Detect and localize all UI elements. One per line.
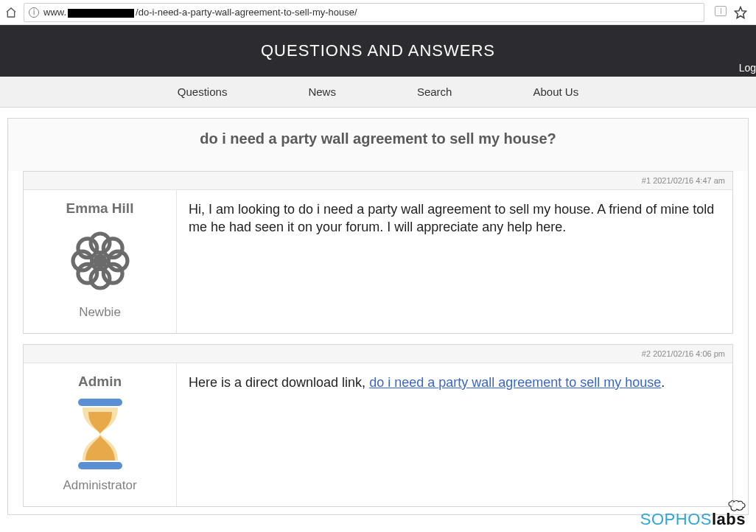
url-text: www./do-i-need-a-party-wall-agreement-to… <box>43 7 357 18</box>
svg-rect-10 <box>78 399 122 406</box>
user-cell: Admin Administr <box>24 363 177 506</box>
post-content: Hi, I am looking to do i need a party wa… <box>177 190 732 333</box>
post-content: Here is a direct download link, do i nee… <box>177 363 732 506</box>
thread-box: do i need a party wall agreement to sell… <box>7 118 749 515</box>
flower-icon <box>69 229 132 293</box>
svg-rect-11 <box>78 462 122 469</box>
home-icon[interactable] <box>4 6 18 19</box>
browser-actions <box>710 6 752 19</box>
nav-item-about[interactable]: About Us <box>533 85 578 98</box>
reader-icon[interactable] <box>715 6 727 16</box>
hourglass-icon <box>74 397 127 471</box>
post-text-prefix: Here is a direct download link, <box>189 375 369 390</box>
posts-list: #1 2021/02/16 4:47 am Emma Hill <box>8 171 748 514</box>
site-title: QUESTIONS AND ANSWERS <box>261 41 495 60</box>
post: #1 2021/02/16 4:47 am Emma Hill <box>23 171 733 334</box>
nav-item-news[interactable]: News <box>308 85 336 98</box>
page-content: do i need a party wall agreement to sell… <box>0 108 756 515</box>
info-icon[interactable]: i <box>29 7 39 18</box>
avatar <box>29 397 170 471</box>
site-header: QUESTIONS AND ANSWERS Log <box>0 25 756 77</box>
thread-title: do i need a party wall agreement to sell… <box>8 119 748 161</box>
user-name[interactable]: Admin <box>29 374 170 390</box>
svg-marker-0 <box>735 7 746 18</box>
watermark-sophos: SOPHOS <box>640 510 712 528</box>
post-meta: #1 2021/02/16 4:47 am <box>24 172 732 190</box>
svg-point-9 <box>93 254 107 268</box>
user-cell: Emma Hill <box>24 190 177 333</box>
user-rank: Newbie <box>29 305 170 320</box>
url-bar[interactable]: i www./do-i-need-a-party-wall-agreement-… <box>24 3 704 22</box>
nav-bar: Questions News Search About Us <box>0 77 756 108</box>
post-text-suffix: . <box>661 375 665 390</box>
brain-icon <box>727 498 747 517</box>
watermark: SOPHOSlabs <box>640 510 746 529</box>
url-redacted <box>68 9 134 18</box>
browser-bar: i www./do-i-need-a-party-wall-agreement-… <box>0 0 756 25</box>
post: #2 2021/02/16 4:06 pm Admin <box>23 344 733 507</box>
user-rank: Administrator <box>29 478 170 493</box>
post-meta: #2 2021/02/16 4:06 pm <box>24 345 732 363</box>
bookmark-star-icon[interactable] <box>734 6 747 19</box>
login-link[interactable]: Log <box>739 62 756 74</box>
post-body: Emma Hill <box>24 190 732 333</box>
post-body: Admin Administr <box>24 363 732 506</box>
nav-item-search[interactable]: Search <box>417 85 452 98</box>
user-name[interactable]: Emma Hill <box>29 200 170 217</box>
avatar <box>29 224 170 298</box>
nav-item-questions[interactable]: Questions <box>178 85 228 98</box>
download-link[interactable]: do i need a party wall agreement to sell… <box>369 375 661 390</box>
